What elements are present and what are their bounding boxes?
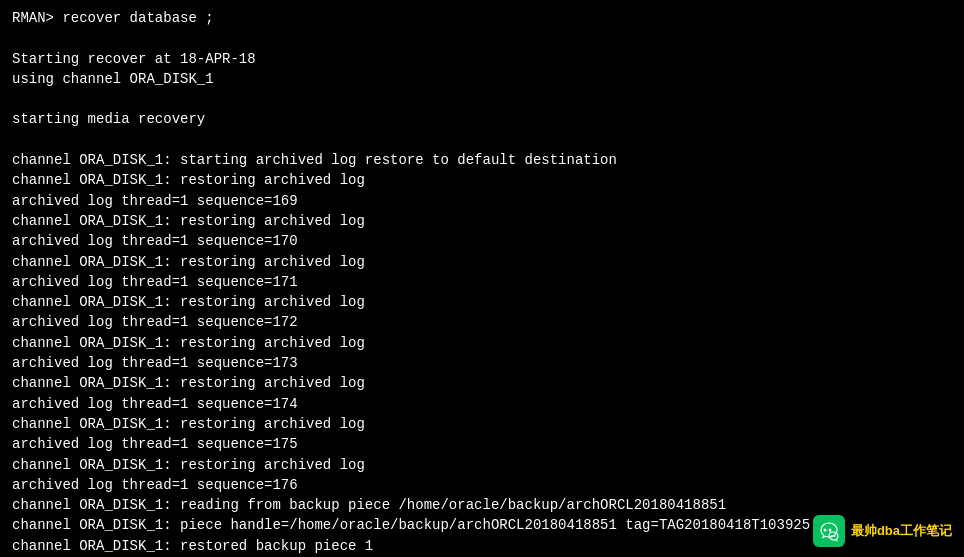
svg-point-2	[830, 535, 832, 537]
terminal-line: channel ORA_DISK_1: reading from backup …	[12, 495, 952, 515]
terminal-line: channel ORA_DISK_1: piece handle=/home/o…	[12, 515, 952, 535]
terminal-line	[12, 130, 952, 150]
terminal-line: archived log thread=1 sequence=175	[12, 434, 952, 454]
terminal-line: archived log thread=1 sequence=172	[12, 312, 952, 332]
terminal-line: archived log thread=1 sequence=169	[12, 191, 952, 211]
terminal-line	[12, 89, 952, 109]
terminal-line: archived log thread=1 sequence=174	[12, 394, 952, 414]
terminal-line: archived log thread=1 sequence=176	[12, 475, 952, 495]
terminal-line: starting media recovery	[12, 109, 952, 129]
terminal-window: RMAN> recover database ;Starting recover…	[0, 0, 964, 557]
terminal-line: channel ORA_DISK_1: restoring archived l…	[12, 455, 952, 475]
watermark: 最帅dba工作笔记	[813, 515, 952, 547]
terminal-line: channel ORA_DISK_1: restoring archived l…	[12, 292, 952, 312]
terminal-line: Starting recover at 18-APR-18	[12, 49, 952, 69]
terminal-line: channel ORA_DISK_1: starting archived lo…	[12, 150, 952, 170]
terminal-line: archived log thread=1 sequence=173	[12, 353, 952, 373]
svg-point-3	[833, 535, 835, 537]
terminal-line: channel ORA_DISK_1: restoring archived l…	[12, 252, 952, 272]
terminal-line: archived log thread=1 sequence=170	[12, 231, 952, 251]
terminal-line: channel ORA_DISK_1: restoring archived l…	[12, 211, 952, 231]
terminal-line: channel ORA_DISK_1: restoring archived l…	[12, 333, 952, 353]
svg-point-0	[823, 529, 826, 532]
terminal-line: channel ORA_DISK_1: restoring archived l…	[12, 170, 952, 190]
terminal-line: channel ORA_DISK_1: restored backup piec…	[12, 536, 952, 556]
terminal-line: using channel ORA_DISK_1	[12, 69, 952, 89]
svg-point-1	[828, 529, 831, 532]
terminal-line: archived log thread=1 sequence=171	[12, 272, 952, 292]
terminal-line: channel ORA_DISK_1: restoring archived l…	[12, 373, 952, 393]
terminal-line: RMAN> recover database ;	[12, 8, 952, 28]
wechat-icon	[813, 515, 845, 547]
terminal-line: channel ORA_DISK_1: restoring archived l…	[12, 414, 952, 434]
terminal-line	[12, 28, 952, 48]
watermark-label: 最帅dba工作笔记	[851, 522, 952, 540]
